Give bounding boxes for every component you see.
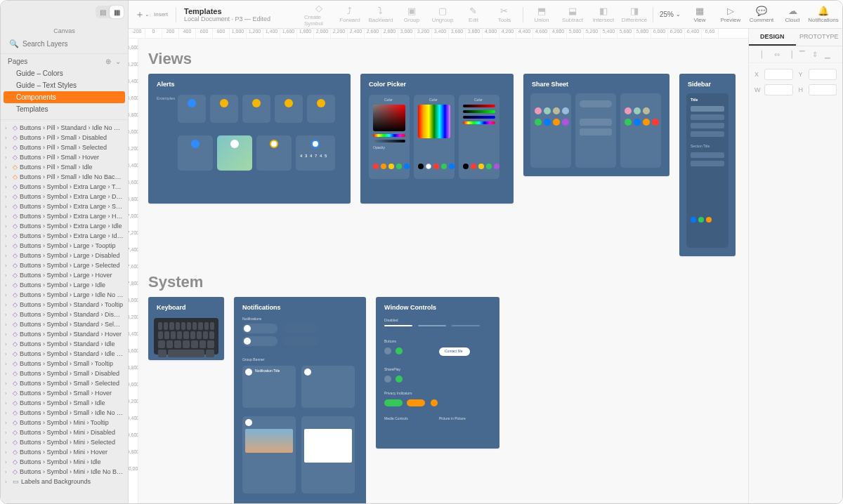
layer-row[interactable]: ›◇Buttons › Symbol › Large › Idle (1, 280, 128, 290)
toolbar-union[interactable]: ⬒Union (527, 6, 556, 23)
layer-row[interactable]: ›◇Buttons › Symbol › Standard › Idle (1, 339, 128, 349)
page-item[interactable]: Components (4, 91, 125, 103)
x-input[interactable] (764, 69, 793, 80)
align-left-icon[interactable]: ▏ (762, 51, 767, 58)
zoom-select[interactable]: 25%⌄ (657, 11, 684, 18)
toolbar-ungroup[interactable]: ▢Ungroup (428, 6, 457, 23)
layer-row[interactable]: ›◇Buttons › Pill › Small › Disabled (1, 133, 128, 142)
h-input[interactable] (809, 84, 837, 95)
page-item[interactable]: Guide – Colors (4, 67, 125, 79)
layer-row[interactable]: ›◇Buttons › Symbol › Extra Large › Idle … (1, 231, 128, 241)
layer-row[interactable]: ›◇Buttons › Symbol › Extra Large › Selec… (1, 201, 128, 211)
align-top-icon[interactable]: ▔ (799, 51, 805, 58)
toolbar-notifications[interactable]: 🔔Notifications (809, 6, 838, 23)
layer-row[interactable]: ›◇Buttons › Symbol › Small › Tooltip (1, 359, 128, 369)
collapse-icon[interactable]: ⌄ (115, 58, 121, 65)
layer-list[interactable]: ›◇Buttons › Pill › Standard › Idle No Ba… (1, 119, 128, 503)
artboard-keyboard[interactable]: Keyboard (148, 297, 224, 360)
symbol-icon: ◇ (13, 154, 18, 161)
layer-row[interactable]: ›◇Buttons › Pill › Small › Hover (1, 152, 128, 162)
w-input[interactable] (764, 84, 793, 95)
layer-row[interactable]: ›◇Buttons › Symbol › Large › Tooptip (1, 241, 128, 251)
chevron-right-icon: › (5, 469, 11, 475)
layer-row[interactable]: ›◇Buttons › Symbol › Extra Large › Idle (1, 221, 128, 231)
toolbar-cloud[interactable]: ☁Cloud (778, 6, 807, 23)
layer-row[interactable]: ›◇Buttons › Symbol › Large › Idle No Bac… (1, 290, 128, 300)
layer-row[interactable]: ›◇Buttons › Symbol › Mini › Hover (1, 447, 128, 457)
layer-row[interactable]: ›◇Buttons › Symbol › Extra Large › Toolt… (1, 182, 128, 192)
align-hcenter-icon[interactable]: ⇔ (774, 51, 780, 58)
view-toggle[interactable]: ▤ ▦ (96, 6, 124, 18)
align-right-icon[interactable]: ▕ (787, 51, 792, 58)
layer-row[interactable]: ›◇Buttons › Symbol › Small › Idle No Bac… (1, 408, 128, 418)
layer-row[interactable]: ›◇Buttons › Symbol › Small › Disabled (1, 369, 128, 378)
artboard-sidebar[interactable]: Sidebar Title Section Title (679, 74, 736, 256)
layer-row[interactable]: ›◇Buttons › Symbol › Small › Hover (1, 388, 128, 398)
layer-row[interactable]: ›◇Buttons › Pill › Small › Selected (1, 142, 128, 152)
list-view-icon[interactable]: ▤ (96, 6, 110, 18)
layer-row[interactable]: ›◇Buttons › Symbol › Mini › Selected (1, 437, 128, 447)
artboard-alerts[interactable]: Alerts Examples 4 3 4 7 4 5 (148, 74, 351, 204)
search-input[interactable] (22, 40, 119, 48)
layer-row[interactable]: ›◇Buttons › Symbol › Standard › Tooltip (1, 300, 128, 310)
artboard-window-controls[interactable]: Window Controls Disabled Buttons Contact… (376, 297, 499, 449)
artboard-color-picker[interactable]: Color Picker Color Opacity Color Color (360, 74, 514, 204)
tab-design[interactable]: DESIGN (749, 29, 796, 46)
layer-row[interactable]: ›◇Buttons › Symbol › Large › Disabled (1, 251, 128, 260)
add-page-icon[interactable]: ⊕ (105, 58, 111, 65)
toolbar-backward[interactable]: ⤵Backward (366, 6, 396, 23)
layer-row[interactable]: ›◇Buttons › Symbol › Large › Hover (1, 270, 128, 280)
document-title[interactable]: Templates Local Document · P3 — Edited (184, 7, 270, 22)
layer-row[interactable]: ›◇Buttons › Symbol › Standard › Disabled (1, 310, 128, 319)
chevron-right-icon: › (5, 341, 11, 347)
chevron-right-icon: › (5, 351, 11, 357)
toolbar-edit[interactable]: ✎Edit (459, 6, 488, 23)
layer-row[interactable]: ›◇Buttons › Symbol › Mini › Idle (1, 457, 128, 467)
layer-row[interactable]: ›◇Buttons › Symbol › Mini › Tooltip (1, 418, 128, 427)
layer-row[interactable]: ›◇Buttons › Symbol › Large › Selected (1, 260, 128, 270)
layer-row[interactable]: ›◇Buttons › Symbol › Small › Idle (1, 398, 128, 408)
layer-row[interactable]: ›◇Buttons › Pill › Small › Idle (1, 162, 128, 172)
align-bottom-icon[interactable]: ▁ (825, 51, 830, 58)
artboard-notifications[interactable]: Notifications Notifications Group Banner… (234, 297, 366, 503)
toolbar-difference[interactable]: ◨Difference (620, 6, 649, 23)
layer-row[interactable]: ›◇Buttons › Symbol › Extra Large › Disab… (1, 192, 128, 201)
layer-row[interactable]: ›◇Buttons › Symbol › Standard › Idle No … (1, 349, 128, 359)
search-layers[interactable]: 🔍 (6, 37, 122, 51)
layer-row[interactable]: ›◇Buttons › Symbol › Mini › Idle No Back… (1, 467, 128, 477)
subtract-icon: ⬓ (568, 6, 577, 16)
chevron-right-icon: › (5, 321, 11, 328)
layer-row[interactable]: ›◇Buttons › Symbol › Mini › Disabled (1, 427, 128, 437)
layer-row[interactable]: ›◇Buttons › Pill › Small › Idle No Backg… (1, 172, 128, 182)
toolbar-tools[interactable]: ✂Tools (490, 6, 519, 23)
layer-row[interactable]: ›◇Buttons › Symbol › Standard › Hover (1, 329, 128, 339)
ruler-tick: 7,200 (129, 224, 138, 241)
layer-row[interactable]: ›◇Buttons › Pill › Standard › Idle No Ba… (1, 123, 128, 133)
symbol-icon: ◇ (13, 458, 18, 465)
y-input[interactable] (809, 69, 837, 80)
artboard-share-sheet[interactable]: Share Sheet (523, 74, 669, 176)
toolbar-create-symbol[interactable]: ◇Create Symbol (304, 3, 334, 27)
ruler-tick: 3,400 (432, 29, 449, 38)
layer-row[interactable]: ›▭Labels and Backgrounds (1, 477, 128, 486)
page-item[interactable]: Guide – Text Styles (4, 79, 125, 91)
grid-view-icon[interactable]: ▦ (110, 6, 124, 18)
toolbar-comment[interactable]: 💬Comment (747, 6, 776, 23)
toolbar-label: Forward (339, 17, 360, 23)
cloud-icon: ☁ (788, 6, 797, 16)
toolbar-subtract[interactable]: ⬓Subtract (558, 6, 587, 23)
insert-button[interactable]: ＋⌄ (136, 8, 148, 21)
toolbar-intersect[interactable]: ◧Intersect (589, 6, 618, 23)
layer-row[interactable]: ›◇Buttons › Symbol › Small › Selected (1, 378, 128, 388)
toolbar-group[interactable]: ▣Group (397, 6, 426, 23)
align-vcenter-icon[interactable]: ⇕ (812, 51, 818, 58)
layer-row[interactable]: ›◇Buttons › Symbol › Extra Large › Hover (1, 211, 128, 221)
toolbar-preview[interactable]: ▷Preview (716, 6, 745, 23)
layer-row[interactable]: ›◇Buttons › Symbol › Standard › Selected (1, 319, 128, 329)
toolbar-forward[interactable]: ⤴Forward (335, 6, 365, 23)
tab-prototype[interactable]: PROTOTYPE (796, 29, 843, 46)
page-item[interactable]: Templates (4, 103, 125, 115)
canvas[interactable]: Views Alerts Examples 4 3 4 7 4 5 Color … (138, 39, 748, 503)
ruler-tick: 7,800 (129, 274, 138, 291)
toolbar-view[interactable]: ▦View (685, 6, 714, 23)
